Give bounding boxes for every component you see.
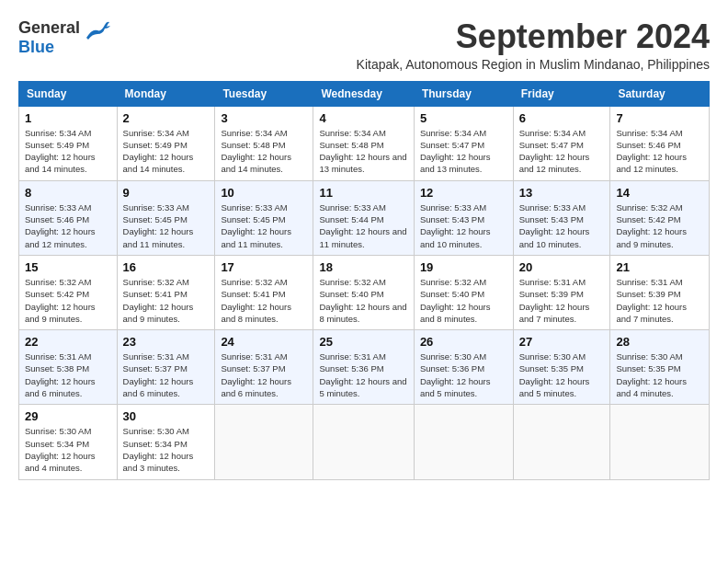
table-row: 9 Sunrise: 5:33 AMSunset: 5:45 PMDayligh… (117, 180, 215, 255)
day-number: 3 (221, 111, 307, 125)
col-thursday: Thursday (414, 81, 513, 106)
day-info: Sunrise: 5:33 AMSunset: 5:43 PMDaylight:… (420, 201, 507, 250)
day-info: Sunrise: 5:33 AMSunset: 5:45 PMDaylight:… (123, 201, 210, 250)
day-number: 21 (616, 260, 703, 274)
day-info: Sunrise: 5:31 AMSunset: 5:37 PMDaylight:… (221, 350, 307, 399)
day-info: Sunrise: 5:30 AMSunset: 5:34 PMDaylight:… (123, 425, 210, 474)
table-row: 23 Sunrise: 5:31 AMSunset: 5:37 PMDaylig… (117, 330, 215, 405)
day-number: 23 (123, 335, 210, 349)
day-info: Sunrise: 5:30 AMSunset: 5:35 PMDaylight:… (616, 350, 703, 399)
location-title: Kitapak, Autonomous Region in Muslim Min… (110, 57, 710, 72)
table-row: 5 Sunrise: 5:34 AMSunset: 5:47 PMDayligh… (414, 106, 513, 180)
day-number: 16 (123, 260, 210, 274)
day-info: Sunrise: 5:30 AMSunset: 5:35 PMDaylight:… (519, 350, 605, 399)
table-row: 4 Sunrise: 5:34 AMSunset: 5:48 PMDayligh… (313, 106, 414, 180)
day-info: Sunrise: 5:34 AMSunset: 5:49 PMDaylight:… (123, 127, 210, 176)
day-info: Sunrise: 5:33 AMSunset: 5:44 PMDaylight:… (319, 201, 407, 250)
day-number: 18 (319, 260, 407, 274)
col-saturday: Saturday (610, 81, 710, 106)
table-row: 21 Sunrise: 5:31 AMSunset: 5:39 PMDaylig… (610, 255, 710, 329)
calendar-table: Sunday Monday Tuesday Wednesday Thursday… (18, 81, 710, 480)
day-number: 2 (123, 111, 210, 125)
day-info: Sunrise: 5:33 AMSunset: 5:46 PMDaylight:… (25, 201, 111, 250)
table-row: 8 Sunrise: 5:33 AMSunset: 5:46 PMDayligh… (19, 180, 118, 255)
day-info: Sunrise: 5:34 AMSunset: 5:48 PMDaylight:… (221, 127, 307, 176)
title-section: September 2024 Kitapak, Autonomous Regio… (110, 18, 710, 72)
table-row: 28 Sunrise: 5:30 AMSunset: 5:35 PMDaylig… (610, 330, 710, 405)
table-row: 19 Sunrise: 5:32 AMSunset: 5:40 PMDaylig… (414, 255, 513, 329)
day-number: 26 (420, 335, 507, 349)
day-number: 27 (519, 335, 605, 349)
table-row: 26 Sunrise: 5:30 AMSunset: 5:36 PMDaylig… (414, 330, 513, 405)
table-row: 18 Sunrise: 5:32 AMSunset: 5:40 PMDaylig… (313, 255, 414, 329)
day-info: Sunrise: 5:31 AMSunset: 5:39 PMDaylight:… (519, 276, 605, 325)
col-friday: Friday (513, 81, 610, 106)
table-row: 1 Sunrise: 5:34 AMSunset: 5:49 PMDayligh… (19, 106, 118, 180)
table-row (513, 405, 610, 479)
day-info: Sunrise: 5:31 AMSunset: 5:36 PMDaylight:… (319, 350, 407, 399)
day-number: 1 (25, 111, 111, 125)
day-info: Sunrise: 5:33 AMSunset: 5:45 PMDaylight:… (221, 201, 307, 250)
table-row: 6 Sunrise: 5:34 AMSunset: 5:47 PMDayligh… (513, 106, 610, 180)
table-row: 20 Sunrise: 5:31 AMSunset: 5:39 PMDaylig… (513, 255, 610, 329)
day-number: 13 (519, 186, 605, 200)
day-info: Sunrise: 5:30 AMSunset: 5:36 PMDaylight:… (420, 350, 507, 399)
header: General Blue September 2024 Kitapak, Aut… (18, 18, 710, 72)
col-tuesday: Tuesday (215, 81, 313, 106)
day-info: Sunrise: 5:32 AMSunset: 5:40 PMDaylight:… (420, 276, 507, 325)
day-number: 17 (221, 260, 307, 274)
day-number: 15 (25, 260, 111, 274)
table-row: 10 Sunrise: 5:33 AMSunset: 5:45 PMDaylig… (215, 180, 313, 255)
day-info: Sunrise: 5:34 AMSunset: 5:47 PMDaylight:… (519, 127, 605, 176)
day-number: 9 (123, 186, 210, 200)
day-info: Sunrise: 5:32 AMSunset: 5:42 PMDaylight:… (616, 201, 703, 250)
table-row: 25 Sunrise: 5:31 AMSunset: 5:36 PMDaylig… (313, 330, 414, 405)
calendar-week-row: 15 Sunrise: 5:32 AMSunset: 5:42 PMDaylig… (19, 255, 710, 329)
calendar-week-row: 1 Sunrise: 5:34 AMSunset: 5:49 PMDayligh… (19, 106, 710, 180)
table-row: 27 Sunrise: 5:30 AMSunset: 5:35 PMDaylig… (513, 330, 610, 405)
day-number: 14 (616, 186, 703, 200)
day-number: 12 (420, 186, 507, 200)
day-info: Sunrise: 5:30 AMSunset: 5:34 PMDaylight:… (25, 425, 111, 474)
table-row: 16 Sunrise: 5:32 AMSunset: 5:41 PMDaylig… (117, 255, 215, 329)
table-row (610, 405, 710, 479)
table-row: 15 Sunrise: 5:32 AMSunset: 5:42 PMDaylig… (19, 255, 118, 329)
day-number: 28 (616, 335, 703, 349)
day-info: Sunrise: 5:32 AMSunset: 5:41 PMDaylight:… (221, 276, 307, 325)
day-number: 6 (519, 111, 605, 125)
table-row: 22 Sunrise: 5:31 AMSunset: 5:38 PMDaylig… (19, 330, 118, 405)
day-number: 22 (25, 335, 111, 349)
day-info: Sunrise: 5:34 AMSunset: 5:48 PMDaylight:… (319, 127, 407, 176)
table-row: 29 Sunrise: 5:30 AMSunset: 5:34 PMDaylig… (19, 405, 118, 479)
logo-blue: Blue (18, 38, 54, 56)
day-number: 19 (420, 260, 507, 274)
calendar-header-row: Sunday Monday Tuesday Wednesday Thursday… (19, 81, 710, 106)
day-info: Sunrise: 5:34 AMSunset: 5:47 PMDaylight:… (420, 127, 507, 176)
day-number: 4 (319, 111, 407, 125)
table-row (414, 405, 513, 479)
day-number: 7 (616, 111, 703, 125)
table-row: 11 Sunrise: 5:33 AMSunset: 5:44 PMDaylig… (313, 180, 414, 255)
table-row: 30 Sunrise: 5:30 AMSunset: 5:34 PMDaylig… (117, 405, 215, 479)
col-monday: Monday (117, 81, 215, 106)
day-number: 29 (25, 409, 111, 423)
day-number: 11 (319, 186, 407, 200)
table-row (215, 405, 313, 479)
table-row: 13 Sunrise: 5:33 AMSunset: 5:43 PMDaylig… (513, 180, 610, 255)
col-wednesday: Wednesday (313, 81, 414, 106)
day-number: 5 (420, 111, 507, 125)
day-number: 25 (319, 335, 407, 349)
day-info: Sunrise: 5:31 AMSunset: 5:39 PMDaylight:… (616, 276, 703, 325)
table-row: 17 Sunrise: 5:32 AMSunset: 5:41 PMDaylig… (215, 255, 313, 329)
day-info: Sunrise: 5:33 AMSunset: 5:43 PMDaylight:… (519, 201, 605, 250)
day-number: 24 (221, 335, 307, 349)
day-info: Sunrise: 5:31 AMSunset: 5:38 PMDaylight:… (25, 350, 111, 399)
table-row: 24 Sunrise: 5:31 AMSunset: 5:37 PMDaylig… (215, 330, 313, 405)
logo: General Blue (18, 18, 110, 57)
day-info: Sunrise: 5:34 AMSunset: 5:49 PMDaylight:… (25, 127, 111, 176)
col-sunday: Sunday (19, 81, 118, 106)
day-number: 30 (123, 409, 210, 423)
table-row: 2 Sunrise: 5:34 AMSunset: 5:49 PMDayligh… (117, 106, 215, 180)
logo-bird-icon (85, 21, 110, 45)
month-title: September 2024 (110, 18, 710, 55)
